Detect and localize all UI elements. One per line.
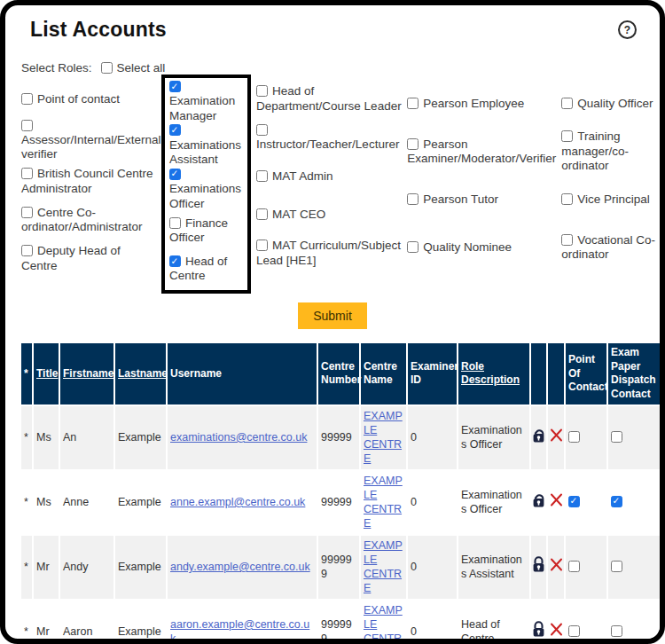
delete-icon[interactable] — [550, 493, 563, 510]
role-checkbox-item[interactable]: Assessor/Internal/External verifier — [21, 119, 156, 162]
select-all-checkbox[interactable] — [101, 62, 113, 74]
centre-name-link[interactable]: EXAMPLE CENTRE — [364, 539, 403, 595]
role-checkbox[interactable] — [256, 240, 268, 251]
role-checkbox[interactable] — [407, 193, 419, 205]
role-label: Pearson Examiner/Moderator/Verifier — [407, 137, 556, 165]
centre-name-link[interactable]: EXAMPLE CENTRE — [364, 410, 403, 466]
role-checkbox[interactable] — [561, 193, 573, 205]
role-checkbox[interactable] — [21, 168, 33, 179]
role-description-text: Examinations Assistant — [461, 554, 522, 580]
role-checkbox-item[interactable]: MAT CEO — [256, 196, 402, 235]
cell-examiner-id: 0 — [408, 601, 457, 644]
role-checkbox-item[interactable]: Centre Co-ordinator/Administrator — [21, 200, 156, 240]
role-checkbox[interactable] — [169, 255, 181, 267]
centre-name-link[interactable]: EXAMPLE CENTRE — [364, 604, 403, 644]
role-checkbox[interactable] — [561, 130, 573, 142]
delete-icon[interactable] — [550, 623, 563, 640]
role-checkbox-item[interactable]: Vocational Co-ordinator — [561, 224, 656, 271]
role-checkbox[interactable] — [169, 81, 181, 92]
role-checkbox-item[interactable]: Head of Department/Course Leader — [256, 80, 402, 119]
select-all-label[interactable]: Select all — [117, 61, 166, 75]
point-of-contact-checkbox[interactable] — [568, 625, 580, 637]
exam-dispatch-checkbox[interactable] — [611, 496, 622, 507]
lock-icon[interactable] — [531, 555, 546, 577]
cell-lock — [531, 536, 546, 599]
role-checkbox[interactable] — [561, 98, 573, 109]
column-header[interactable]: Lastname — [115, 343, 166, 404]
sort-link[interactable]: Role Description — [461, 360, 520, 387]
point-of-contact-checkbox[interactable] — [568, 496, 580, 507]
cell-point-of-contact — [566, 406, 606, 469]
submit-button[interactable]: Submit — [298, 302, 367, 329]
point-of-contact-checkbox[interactable] — [568, 561, 580, 572]
role-checkbox-item[interactable]: Examinations Assistant — [169, 123, 243, 167]
unlock-icon[interactable] — [531, 426, 548, 448]
role-checkbox-item[interactable]: Instructor/Teacher/Lecturer — [256, 119, 402, 158]
role-checkbox-item[interactable]: Quality Nominee — [407, 224, 556, 271]
role-checkbox[interactable] — [21, 93, 33, 105]
role-checkbox[interactable] — [21, 245, 33, 256]
role-checkbox[interactable] — [407, 98, 419, 109]
role-checkbox[interactable] — [21, 120, 33, 131]
role-checkbox-item[interactable]: Finance Officer — [169, 211, 243, 250]
column-header[interactable]: Title — [34, 343, 59, 404]
column-header[interactable]: Role Description — [458, 343, 529, 404]
role-checkbox-item[interactable]: Training manager/co-ordinator — [561, 128, 656, 176]
role-checkbox[interactable] — [256, 85, 268, 97]
cell-role-description: Head of Centre — [458, 601, 529, 644]
sort-link[interactable]: Lastname — [118, 367, 168, 380]
table-row: *MsAnneExampleanne.exampl@centre.co.uk99… — [21, 471, 660, 534]
username-link[interactable]: andy.example@centre.co.uk — [170, 561, 310, 573]
role-checkbox-item[interactable]: Examinations Officer — [169, 168, 243, 211]
role-checkbox[interactable] — [407, 138, 419, 150]
role-checkbox[interactable] — [169, 124, 181, 136]
username-link[interactable]: aaron.example@centre.co.uk — [170, 618, 309, 644]
help-icon[interactable]: ? — [618, 20, 637, 39]
username-link[interactable]: examinations@centre.co.uk — [170, 431, 307, 444]
role-checkbox-item[interactable]: Quality Officer — [561, 80, 656, 128]
sort-link[interactable]: Title — [36, 367, 58, 380]
username-link[interactable]: anne.exampl@centre.co.uk — [170, 496, 305, 508]
role-checkbox-item[interactable]: MAT Curriculum/Subject Lead [HE1] — [256, 234, 402, 273]
role-label: Examinations Officer — [169, 182, 241, 209]
role-checkbox[interactable] — [256, 124, 268, 136]
table-row: *MrAndyExampleandy.example@centre.co.uk9… — [21, 536, 660, 599]
role-description-text: Examinations Officer — [461, 489, 522, 515]
sort-link[interactable]: Firstname — [63, 367, 113, 380]
role-checkbox-item[interactable]: Examination Manager — [169, 80, 243, 123]
role-checkbox[interactable] — [169, 169, 181, 180]
role-checkbox-item[interactable]: Pearson Examiner/Moderator/Verifier — [407, 128, 556, 176]
role-checkbox[interactable] — [561, 234, 573, 246]
cell-centre-name: EXAMPLE CENTRE — [361, 601, 406, 644]
accounts-table: *TitleFirstnameLastnameUsernameCentre Nu… — [20, 342, 661, 644]
role-checkbox-item[interactable]: British Council Centre Administrator — [21, 162, 156, 201]
exam-dispatch-checkbox[interactable] — [611, 561, 622, 572]
lock-icon[interactable] — [531, 620, 546, 642]
role-checkbox[interactable] — [256, 208, 268, 220]
exam-dispatch-checkbox[interactable] — [611, 431, 622, 443]
role-checkbox-item[interactable]: Point of contact — [21, 80, 156, 119]
cell-centre-number: 99999 — [318, 406, 359, 469]
cell-role-description: Examinations Officer — [458, 406, 529, 469]
role-checkbox-item[interactable]: Vice Principal — [561, 176, 656, 224]
role-checkbox-item[interactable]: Head of Centre — [169, 250, 243, 289]
delete-icon[interactable] — [550, 428, 563, 445]
role-label: MAT CEO — [272, 208, 325, 221]
role-checkbox[interactable] — [21, 207, 33, 218]
cell-exam-dispatch — [608, 406, 660, 469]
role-checkbox[interactable] — [256, 170, 268, 182]
role-checkbox-item[interactable]: Deputy Head of Centre — [21, 240, 156, 279]
delete-icon[interactable] — [550, 558, 563, 575]
role-checkbox[interactable] — [169, 217, 181, 229]
role-checkbox-item[interactable]: Pearson Tutor — [407, 176, 556, 224]
column-header[interactable]: Firstname — [60, 343, 113, 404]
role-checkbox[interactable] — [407, 241, 419, 253]
unlock-icon[interactable] — [531, 491, 548, 513]
cell-firstname: Aaron — [60, 601, 113, 644]
exam-dispatch-checkbox[interactable] — [611, 625, 622, 637]
centre-name-link[interactable]: EXAMPLE CENTRE — [364, 475, 403, 530]
cell-firstname: Andy — [60, 536, 113, 599]
point-of-contact-checkbox[interactable] — [568, 431, 580, 443]
role-checkbox-item[interactable]: Pearson Employee — [407, 80, 556, 128]
role-checkbox-item[interactable]: MAT Admin — [256, 157, 402, 196]
